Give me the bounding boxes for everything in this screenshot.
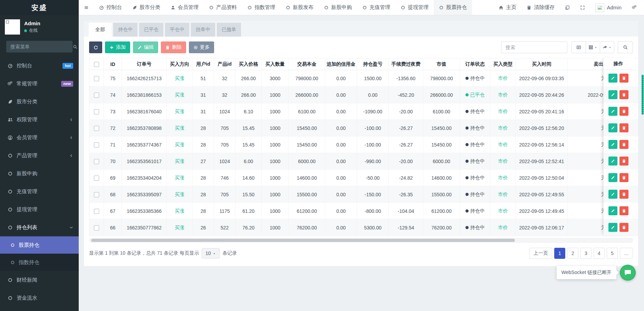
more-button[interactable]: 更多 xyxy=(189,41,214,53)
row-edit-button[interactable] xyxy=(608,90,617,99)
nav-clear-cache[interactable]: 清除缓存 xyxy=(521,0,560,15)
row-edit-button[interactable] xyxy=(608,140,617,149)
row-checkbox[interactable] xyxy=(94,159,99,164)
horizontal-scrollbar[interactable] xyxy=(89,238,633,243)
nav-item-index-mgmt[interactable]: 指数管理 xyxy=(242,0,280,15)
tab-closing[interactable]: 平仓中 xyxy=(165,23,189,37)
column-header[interactable]: 用户id xyxy=(193,58,214,70)
page-button-2[interactable]: 2 xyxy=(567,248,578,259)
nav-copy-button[interactable] xyxy=(560,0,575,15)
page-button-5[interactable]: 5 xyxy=(607,248,618,259)
row-checkbox[interactable] xyxy=(94,76,99,81)
refresh-button[interactable] xyxy=(89,41,102,53)
sidebar-item-fund-flow[interactable]: 资金流水 xyxy=(0,289,79,307)
tab-closed[interactable]: 已平仓 xyxy=(139,23,163,37)
row-edit-button[interactable] xyxy=(608,173,617,182)
sidebar-search-input[interactable] xyxy=(10,44,73,49)
row-delete-button[interactable] xyxy=(619,223,628,232)
nav-item-console[interactable]: 控制台 xyxy=(94,0,127,15)
search-button[interactable] xyxy=(618,41,633,53)
column-header[interactable]: 买入价格 xyxy=(236,58,262,70)
page-size-select[interactable]: 10 xyxy=(202,248,220,258)
row-checkbox[interactable] xyxy=(94,126,99,131)
column-header[interactable]: 买入方向 xyxy=(167,58,193,70)
nav-settings[interactable] xyxy=(627,0,642,15)
tab-holding[interactable]: 持仓中 xyxy=(113,23,137,37)
tab-all[interactable]: 全部 xyxy=(89,23,112,37)
sidebar-item-index-position[interactable]: 指数持仓 xyxy=(0,254,79,271)
nav-item-menu-toggle[interactable] xyxy=(79,0,94,15)
row-delete-button[interactable] xyxy=(619,123,628,132)
page-button-1[interactable]: 1 xyxy=(554,248,565,259)
column-header[interactable]: 交易本金 xyxy=(289,58,325,70)
nav-item-ipo-subscribe[interactable]: 新股申购 xyxy=(319,0,357,15)
sidebar-item-recharge-mgmt[interactable]: 充值管理 xyxy=(0,182,79,200)
select-all-checkbox[interactable] xyxy=(94,62,99,67)
sidebar-item-finance-news[interactable]: 财经新闻 xyxy=(0,271,79,289)
sidebar-item-stock-position[interactable]: 股票持仓 xyxy=(0,236,79,254)
row-edit-button[interactable] xyxy=(608,206,617,215)
horizontal-scrollbar-thumb[interactable] xyxy=(91,239,515,242)
row-checkbox[interactable] xyxy=(94,93,99,98)
page-button-3[interactable]: 3 xyxy=(580,248,592,259)
row-delete-button[interactable] xyxy=(619,90,628,99)
row-delete-button[interactable] xyxy=(619,206,628,215)
nav-item-recharge-mgmt[interactable]: 充值管理 xyxy=(357,0,395,15)
sidebar-item-ipo-subscribe[interactable]: 新股申购 xyxy=(0,164,79,182)
row-delete-button[interactable] xyxy=(619,74,628,83)
row-edit-button[interactable] xyxy=(608,190,617,199)
sidebar-item-stock-category[interactable]: 股市分类 xyxy=(0,93,79,111)
columns-button[interactable] xyxy=(586,41,600,53)
export-button[interactable] xyxy=(600,41,614,53)
nav-item-ipo-publish[interactable]: 新股发布 xyxy=(280,0,319,15)
chat-widget-button[interactable] xyxy=(620,265,636,281)
column-header[interactable]: 订单号 xyxy=(122,58,167,70)
row-edit-button[interactable] xyxy=(608,223,617,232)
nav-home[interactable]: 主页 xyxy=(493,0,521,15)
tab-cancelled[interactable]: 已撤单 xyxy=(217,23,241,37)
page-button-…[interactable]: … xyxy=(620,248,633,259)
row-edit-button[interactable] xyxy=(608,74,617,83)
delete-button[interactable]: 删除 xyxy=(161,41,186,53)
column-header[interactable]: 市值 xyxy=(423,58,460,70)
detail-view-button[interactable] xyxy=(571,41,586,53)
column-header[interactable]: 买入类型 xyxy=(490,58,516,70)
table-search-input[interactable] xyxy=(501,41,567,53)
vertical-scrollbar-thumb[interactable] xyxy=(642,75,644,115)
sidebar-item-permission-mgmt[interactable]: 权限管理 xyxy=(0,111,79,129)
row-checkbox[interactable] xyxy=(94,142,99,148)
row-edit-button[interactable] xyxy=(608,157,617,166)
nav-item-member-mgmt[interactable]: 会员管理 xyxy=(165,0,204,15)
row-checkbox[interactable] xyxy=(94,225,99,230)
page-button-4[interactable]: 4 xyxy=(594,248,605,259)
nav-fullscreen-button[interactable] xyxy=(575,0,590,15)
sidebar-item-member-mgmt[interactable]: 会员管理 xyxy=(0,129,79,147)
row-delete-button[interactable] xyxy=(619,140,628,149)
nav-item-withdraw-mgmt[interactable]: 提现管理 xyxy=(395,0,434,15)
column-header[interactable]: 追加的信用金 xyxy=(325,58,357,70)
row-delete-button[interactable] xyxy=(619,157,628,166)
column-header[interactable]: ID xyxy=(104,58,122,70)
column-header[interactable]: 持仓盈亏 xyxy=(357,58,389,70)
sidebar-item-console[interactable]: 控制台 hot xyxy=(0,57,79,75)
tab-pending[interactable]: 挂单中 xyxy=(191,23,215,37)
add-button[interactable]: 添加 xyxy=(105,41,130,53)
prev-page-button[interactable]: 上一页 xyxy=(529,248,552,259)
row-checkbox[interactable] xyxy=(94,176,99,181)
row-edit-button[interactable] xyxy=(608,107,617,116)
row-checkbox[interactable] xyxy=(94,192,99,197)
sidebar-item-position-list[interactable]: 持仓列表 xyxy=(0,218,79,236)
edit-button[interactable]: 编辑 xyxy=(133,41,158,53)
sidebar-item-withdraw-mgmt[interactable]: 提现管理 xyxy=(0,200,79,218)
nav-item-stock-position[interactable]: 股票持仓 xyxy=(434,0,472,15)
row-edit-button[interactable] xyxy=(608,123,617,132)
sidebar-item-general-mgmt[interactable]: 常规管理 new xyxy=(0,75,79,93)
nav-user-menu[interactable]: Admin xyxy=(590,0,627,15)
column-header[interactable]: 买入时间 xyxy=(516,58,568,70)
row-delete-button[interactable] xyxy=(619,173,628,182)
row-delete-button[interactable] xyxy=(619,190,628,199)
row-checkbox[interactable] xyxy=(94,209,99,214)
column-header[interactable]: 手续费过夜费 xyxy=(389,58,423,70)
nav-item-product-info[interactable]: 产品资料 xyxy=(204,0,242,15)
row-checkbox[interactable] xyxy=(94,109,99,114)
